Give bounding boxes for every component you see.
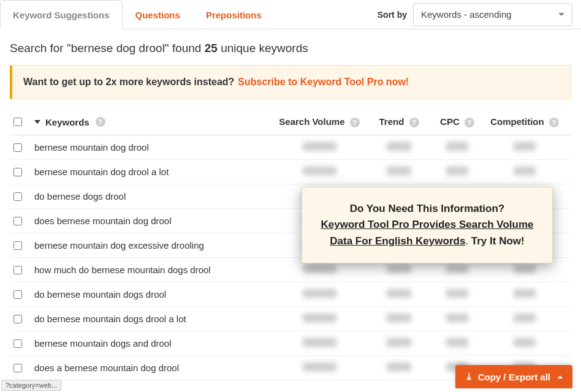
header-search-volume[interactable]: Search Volume ? xyxy=(273,116,365,127)
row-trend xyxy=(365,167,433,177)
row-keyword[interactable]: bernese mountain dog drool a lot xyxy=(34,167,273,177)
row-cpc xyxy=(433,167,482,177)
row-competition xyxy=(482,167,568,177)
sort-controls: Sort by Keywords - ascending xyxy=(378,3,572,26)
table-row: do bernese mountain dogs drool xyxy=(10,282,571,307)
header-keywords[interactable]: Keywords ? xyxy=(34,117,273,127)
help-icon[interactable]: ? xyxy=(465,118,474,127)
export-label: Copy / Export all xyxy=(478,372,550,382)
export-icon: ⤓ xyxy=(465,371,473,382)
row-competition xyxy=(482,314,568,324)
tab-questions[interactable]: Questions xyxy=(123,0,193,29)
row-checkbox[interactable] xyxy=(13,168,22,176)
row-checkbox[interactable] xyxy=(13,339,22,348)
row-competition xyxy=(482,289,568,300)
header-trend-label: Trend xyxy=(379,116,404,127)
popup-heading: Do You Need This Information? xyxy=(318,201,536,217)
table-row: do bernese mountain dogs drool a lot xyxy=(10,307,571,331)
row-search-volume xyxy=(273,289,365,300)
row-checkbox-cell xyxy=(13,168,34,176)
row-search-volume xyxy=(273,363,365,373)
row-checkbox-cell xyxy=(13,290,34,299)
header-search-volume-label: Search Volume xyxy=(279,116,344,127)
row-checkbox[interactable] xyxy=(13,241,22,250)
row-keyword[interactable]: do bernese dogs drool xyxy=(34,191,273,202)
row-checkbox[interactable] xyxy=(13,143,22,152)
popup-sep: . xyxy=(465,235,471,247)
search-prefix: Search for " xyxy=(10,42,71,55)
sort-label: Sort by xyxy=(378,10,407,20)
header-cpc[interactable]: CPC ? xyxy=(433,116,482,127)
header-competition[interactable]: Competition ? xyxy=(482,116,568,127)
header-cpc-label: CPC xyxy=(440,116,460,127)
row-keyword[interactable]: does a bernese mountain dog drool xyxy=(34,363,273,373)
row-cpc xyxy=(433,338,482,349)
row-checkbox[interactable] xyxy=(13,315,22,323)
row-search-volume xyxy=(273,167,365,177)
popup-try-link[interactable]: Try It Now! xyxy=(471,235,525,247)
row-checkbox-cell xyxy=(13,315,34,323)
row-checkbox-cell xyxy=(13,192,34,201)
table-row: bernese mountain dogs and drool xyxy=(10,331,571,356)
row-competition xyxy=(482,142,568,153)
sort-select[interactable]: Keywords - ascending xyxy=(413,3,572,26)
row-checkbox-cell xyxy=(13,364,34,372)
row-search-volume xyxy=(273,338,365,349)
help-icon[interactable]: ? xyxy=(409,118,419,127)
row-checkbox-cell xyxy=(13,266,34,274)
sort-selected-value: Keywords - ascending xyxy=(421,9,512,20)
help-icon[interactable]: ? xyxy=(549,118,559,127)
header-trend[interactable]: Trend ? xyxy=(365,116,433,127)
row-competition xyxy=(482,338,568,349)
tabs: Keyword Suggestions Questions Prepositio… xyxy=(0,0,275,29)
table-row: bernese mountain dog drool a lot xyxy=(10,160,571,184)
row-checkbox[interactable] xyxy=(13,290,22,299)
row-keyword[interactable]: bernese mountain dog excessive drooling xyxy=(34,240,273,251)
status-url-chip: ?category=web... xyxy=(1,380,61,391)
row-trend xyxy=(365,363,433,373)
row-checkbox[interactable] xyxy=(13,217,22,225)
row-cpc xyxy=(433,265,482,275)
tab-prepositions[interactable]: Prepositions xyxy=(193,0,275,29)
search-suffix: unique keywords xyxy=(218,42,308,55)
search-mid: " found xyxy=(165,42,205,55)
row-search-volume xyxy=(273,265,365,275)
row-trend xyxy=(365,142,433,153)
search-count: 25 xyxy=(205,42,218,55)
row-keyword[interactable]: how much do bernese mountain dogs drool xyxy=(34,265,273,275)
promo-banner: Want to get up to 2x more keywords inste… xyxy=(10,65,571,99)
row-checkbox-cell xyxy=(13,143,34,152)
row-checkbox[interactable] xyxy=(13,364,22,372)
row-keyword[interactable]: do bernese mountain dogs drool xyxy=(34,289,273,300)
row-search-volume xyxy=(273,142,365,153)
tab-keyword-suggestions[interactable]: Keyword Suggestions xyxy=(0,0,123,29)
row-trend xyxy=(365,265,433,275)
copy-export-button[interactable]: ⤓ Copy / Export all xyxy=(455,365,572,388)
help-icon[interactable]: ? xyxy=(350,118,360,127)
row-checkbox-cell xyxy=(13,241,34,250)
popup-body: Keyword Tool Pro Provides Search Volume … xyxy=(318,217,536,249)
row-checkbox[interactable] xyxy=(13,266,22,274)
top-bar: Keyword Suggestions Questions Prepositio… xyxy=(0,0,581,29)
header-competition-label: Competition xyxy=(490,116,544,127)
row-checkbox[interactable] xyxy=(13,192,22,201)
help-icon[interactable]: ? xyxy=(96,117,105,127)
row-search-volume xyxy=(273,314,365,324)
row-keyword[interactable]: does bernese mountain dog drool xyxy=(34,216,273,226)
row-keyword[interactable]: bernese mountain dogs and drool xyxy=(34,338,273,349)
select-all-checkbox[interactable] xyxy=(13,118,22,126)
header-checkbox-cell xyxy=(13,118,34,126)
row-keyword[interactable]: do bernese mountain dogs drool a lot xyxy=(34,314,273,324)
search-summary: Search for "bernese dog drool" found 25 … xyxy=(0,29,581,65)
row-cpc xyxy=(433,289,482,300)
row-trend xyxy=(365,289,433,300)
chevron-down-icon xyxy=(558,13,564,16)
table-row: bernese mountain dog drool xyxy=(10,135,571,160)
search-query: bernese dog drool xyxy=(71,42,165,55)
upsell-popup: Do You Need This Information? Keyword To… xyxy=(302,187,553,263)
promo-subscribe-link[interactable]: Subscribe to Keyword Tool Pro now! xyxy=(238,77,409,88)
row-checkbox-cell xyxy=(13,339,34,348)
row-keyword[interactable]: bernese mountain dog drool xyxy=(34,142,273,153)
row-competition xyxy=(482,265,568,275)
header-keywords-label: Keywords xyxy=(45,117,89,127)
